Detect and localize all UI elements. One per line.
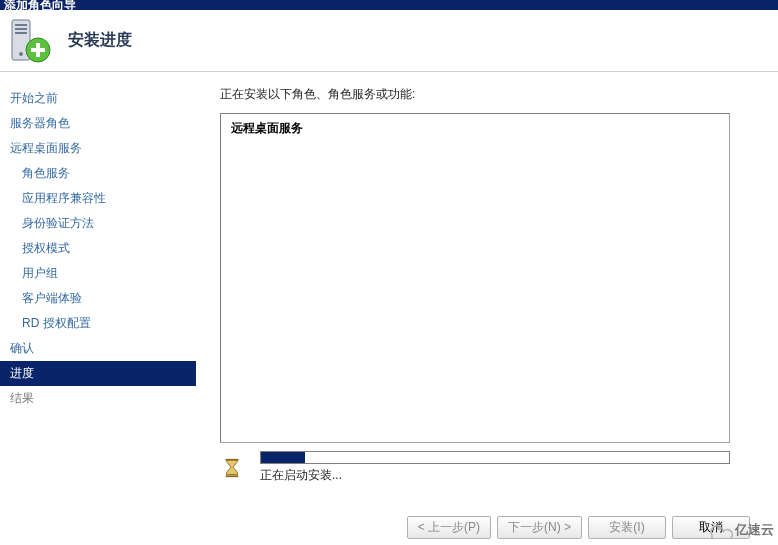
- sidebar-item-rd-license-config[interactable]: RD 授权配置: [0, 311, 196, 336]
- installing-label: 正在安装以下角色、角色服务或功能:: [220, 86, 756, 103]
- progress-status-text: 正在启动安装...: [260, 467, 730, 484]
- wizard-steps-sidebar: 开始之前 服务器角色 远程桌面服务 角色服务 应用程序兼容性 身份验证方法 授权…: [0, 72, 196, 507]
- progress-row: 正在启动安装...: [220, 451, 756, 484]
- next-button: 下一步(N) >: [497, 516, 582, 539]
- prev-button: < 上一步(P): [407, 516, 491, 539]
- sidebar-item-progress[interactable]: 进度: [0, 361, 196, 386]
- page-title: 安装进度: [68, 30, 132, 51]
- wizard-header: 安装进度: [0, 10, 778, 72]
- sidebar-item-remote-desktop-services[interactable]: 远程桌面服务: [0, 136, 196, 161]
- svg-rect-9: [226, 475, 239, 477]
- sidebar-item-app-compat[interactable]: 应用程序兼容性: [0, 186, 196, 211]
- content-pane: 正在安装以下角色、角色服务或功能: 远程桌面服务 正在启动安装...: [196, 72, 778, 507]
- watermark-logo: 亿速云: [705, 521, 774, 539]
- server-role-icon: [6, 18, 52, 64]
- sidebar-item-auth-method[interactable]: 身份验证方法: [0, 211, 196, 236]
- hourglass-icon: [220, 456, 244, 480]
- svg-rect-7: [31, 48, 45, 52]
- svg-rect-3: [15, 32, 27, 34]
- sidebar-item-before-begin[interactable]: 开始之前: [0, 86, 196, 111]
- window-titlebar: 添加角色向导: [0, 0, 778, 10]
- window-title: 添加角色向导: [4, 0, 76, 10]
- sidebar-item-license-mode[interactable]: 授权模式: [0, 236, 196, 261]
- sidebar-item-client-experience[interactable]: 客户端体验: [0, 286, 196, 311]
- svg-rect-2: [15, 28, 27, 30]
- sidebar-item-results[interactable]: 结果: [0, 386, 196, 411]
- svg-rect-8: [226, 458, 239, 460]
- svg-point-4: [19, 52, 23, 56]
- main-area: 开始之前 服务器角色 远程桌面服务 角色服务 应用程序兼容性 身份验证方法 授权…: [0, 72, 778, 507]
- sidebar-item-server-roles[interactable]: 服务器角色: [0, 111, 196, 136]
- progress-fill: [261, 452, 305, 463]
- watermark-text: 亿速云: [735, 521, 774, 539]
- wizard-button-row: < 上一步(P) 下一步(N) > 安装(I) 取消: [407, 516, 750, 539]
- sidebar-item-role-services[interactable]: 角色服务: [0, 161, 196, 186]
- svg-rect-1: [15, 24, 27, 26]
- install-list-box: 远程桌面服务: [220, 113, 730, 443]
- sidebar-item-user-groups[interactable]: 用户组: [0, 261, 196, 286]
- sidebar-item-confirm[interactable]: 确认: [0, 336, 196, 361]
- install-button: 安装(I): [588, 516, 666, 539]
- install-item-rds: 远程桌面服务: [231, 120, 719, 137]
- progress-bar: [260, 451, 730, 464]
